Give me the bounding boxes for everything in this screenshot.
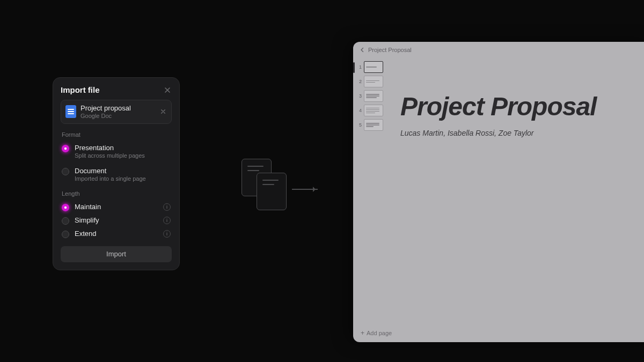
selected-file-chip: Project proposal Google Doc [61,100,172,124]
thumbnail[interactable]: 1 [357,61,386,73]
thumb-preview [364,76,383,87]
option-subtitle: Imported into a single page [75,175,171,183]
import-file-dialog: Import file Project proposal Google Doc … [53,77,180,270]
format-section-label: Format [62,131,172,138]
thumbnail[interactable]: 5 [357,119,386,131]
file-type: Google Doc [80,113,155,120]
plus-icon: + [361,329,364,337]
thumb-number: 4 [357,108,362,113]
thumbnail[interactable]: 2 [357,76,386,87]
add-page-button[interactable]: + Add page [361,329,392,337]
remove-file-icon[interactable] [159,107,167,117]
info-icon[interactable]: i [163,230,171,238]
import-button[interactable]: Import [61,246,172,262]
length-option-simplify[interactable]: Simplify i [61,215,172,228]
radio-icon [62,168,69,175]
thumb-preview [364,61,383,73]
slide-authors: Lucas Martin, Isabella Rossi, Zoe Taylor [400,129,644,137]
radio-icon [62,217,69,225]
slide-title: Project Proposal [400,93,644,120]
thumbnail[interactable]: 4 [357,105,386,116]
thumbnail[interactable]: 3 [357,90,386,102]
thumb-preview [364,90,383,102]
radio-icon [62,204,69,211]
active-marker [353,62,355,73]
preview-header: Project Proposal [353,42,644,58]
thumb-number: 5 [357,122,362,128]
option-subtitle: Split across multiple pages [75,152,171,160]
info-icon[interactable]: i [163,203,171,211]
radio-icon [62,145,69,152]
info-icon[interactable]: i [163,217,171,224]
google-doc-icon [65,105,76,118]
chevron-left-icon[interactable] [360,47,365,53]
add-page-label: Add page [367,330,392,336]
page-front-icon [257,173,287,210]
breadcrumb[interactable]: Project Proposal [368,47,412,53]
close-icon[interactable] [163,86,172,94]
radio-icon [62,231,69,238]
slide-canvas: Project Proposal Lucas Martin, Isabella … [386,58,644,342]
thumbnail-strip: 12345 [353,58,386,342]
arrow-right-icon [292,189,318,190]
option-title: Extend [75,230,158,238]
preview-window: Project Proposal 12345 Project Proposal … [353,42,644,342]
length-section-label: Length [62,190,172,197]
thumb-preview [364,119,383,131]
file-texts: Project proposal Google Doc [80,104,155,120]
format-option-presentation[interactable]: Presentation Split across multiple pages [61,142,172,165]
option-title: Simplify [75,216,158,225]
option-title: Presentation [75,144,171,152]
dialog-header: Import file [61,85,172,94]
dialog-title: Import file [61,85,100,94]
thumb-number: 1 [357,64,362,70]
thumb-number: 2 [357,79,362,84]
option-title: Document [75,167,171,175]
transform-illustration [241,159,322,218]
option-title: Maintain [75,203,158,211]
length-option-extend[interactable]: Extend i [61,228,172,241]
thumb-number: 3 [357,93,362,99]
length-option-maintain[interactable]: Maintain i [61,201,172,215]
thumb-preview [364,105,383,116]
format-option-document[interactable]: Document Imported into a single page [61,165,172,188]
file-name: Project proposal [80,104,155,113]
